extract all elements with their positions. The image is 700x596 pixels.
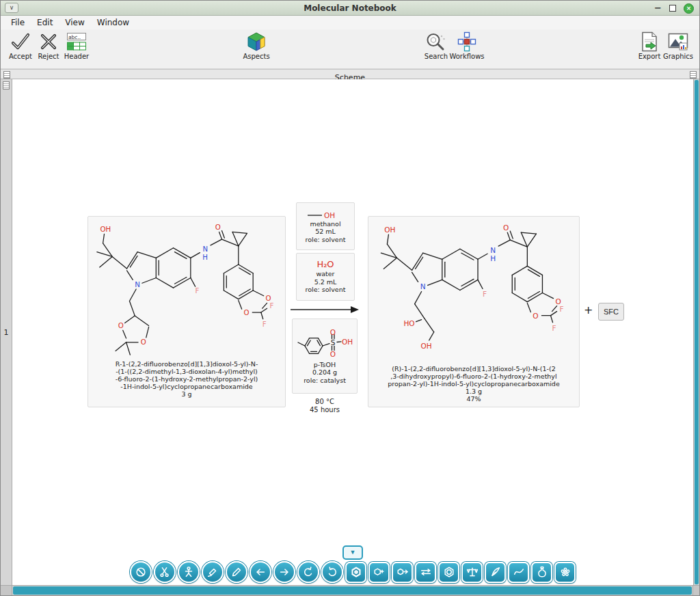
page-thumbnail-icon[interactable]	[3, 81, 10, 90]
workflows-icon	[457, 31, 477, 52]
menu-edit[interactable]: Edit	[31, 16, 59, 29]
reagent-amount: 5.2 mL	[314, 278, 337, 286]
document-canvas[interactable]: O O R-1-(2,2-difluorobenzo[d][1,3]dioxol…	[12, 79, 693, 585]
vessel-tool-button[interactable]	[531, 562, 552, 583]
ring-template-button[interactable]	[392, 562, 413, 583]
reaction-tool-button[interactable]	[415, 562, 436, 583]
header-button[interactable]: abc.. Header	[61, 31, 92, 60]
ring-filled-icon	[350, 566, 362, 578]
curve-icon	[513, 566, 525, 578]
window-title: Molecular Notebook	[1, 3, 699, 13]
highlighter-button[interactable]	[202, 561, 224, 583]
reactant-structure: O O	[90, 219, 283, 360]
undo-icon	[302, 566, 314, 578]
reaction-conditions[interactable]: 80 °C 45 hours	[292, 398, 358, 414]
no-edit-button[interactable]	[130, 561, 152, 583]
reaction-arrow[interactable]	[291, 305, 359, 314]
product-object[interactable]: HO OH (R)-1-(2,2-difluorobenzo[d][1,3]di…	[368, 216, 580, 407]
menu-window[interactable]: Window	[91, 16, 135, 29]
aspects-cube-icon	[246, 31, 267, 52]
arrow-right-icon	[278, 566, 291, 578]
export-icon	[640, 31, 659, 52]
product-structure: HO OH	[374, 219, 574, 365]
back-button[interactable]	[250, 561, 271, 583]
sfc-button[interactable]: SFC	[598, 303, 624, 321]
scheme-section-bar: Scheme	[1, 69, 699, 79]
ring-plus-icon	[373, 566, 386, 578]
reject-button[interactable]: Reject	[33, 31, 64, 60]
workflows-button[interactable]: Workflows	[450, 31, 484, 60]
product-name: (R)-1-(2,2-difluorobenzo[d][1,3]dioxol-5…	[368, 365, 579, 403]
page-number: 1	[1, 328, 12, 337]
search-button[interactable]: Search	[420, 31, 452, 60]
search-icon	[425, 31, 447, 52]
reagent-methanol[interactable]: OH methanol 52 mL role: solvent	[296, 202, 355, 250]
minimize-button[interactable]: −	[654, 1, 662, 16]
symmetry-tool-button[interactable]	[554, 562, 576, 583]
svg-text:abc..: abc..	[68, 33, 81, 40]
title-bar: ∨ Molecular Notebook − ×	[1, 1, 699, 16]
cut-figure-button[interactable]	[178, 561, 200, 583]
svg-text:OH: OH	[421, 342, 432, 350]
scroll-corner-left	[1, 586, 12, 595]
methanol-structure: OH	[305, 209, 346, 220]
pencil-icon	[230, 566, 243, 578]
scissors-button[interactable]	[154, 561, 176, 583]
bottom-scroll-row	[1, 585, 699, 595]
section-options-icon[interactable]	[690, 71, 697, 79]
svg-text:OH: OH	[324, 211, 335, 219]
ring-arrow-icon	[396, 566, 409, 578]
highlighter-icon	[206, 566, 219, 578]
vertical-scroll-thumb[interactable]	[695, 80, 699, 584]
svg-text:OH: OH	[342, 337, 353, 345]
reactant-object[interactable]: O O R-1-(2,2-difluorobenzo[d][1,3]dioxol…	[88, 216, 286, 407]
benzene-tool-button[interactable]	[438, 562, 459, 583]
svg-text:O: O	[330, 328, 336, 336]
undo-button[interactable]	[297, 561, 319, 583]
ring-draw-button[interactable]	[345, 562, 366, 583]
menu-bar: File Edit View Window	[1, 16, 699, 29]
menu-file[interactable]: File	[5, 16, 31, 29]
section-collapse-icon[interactable]	[3, 71, 10, 79]
close-button[interactable]: ×	[684, 3, 694, 14]
app-window: ∨ Molecular Notebook − × File Edit View …	[0, 0, 700, 596]
horizontal-scroll-thumb[interactable]	[13, 586, 692, 595]
svg-text:O: O	[330, 349, 336, 357]
small-ring-button[interactable]	[368, 562, 390, 583]
workspace: 1 O	[1, 79, 699, 585]
benzene-icon	[443, 566, 455, 578]
aspects-button[interactable]: Aspects	[241, 31, 272, 60]
ptsoh-structure: S O O OH	[295, 328, 355, 361]
reagent-ptsoh[interactable]: S O O OH p-TsOH 0.204 g role: catalyst	[292, 319, 358, 394]
graphics-button[interactable]: Graphics	[662, 31, 694, 60]
condition-time: 45 hours	[292, 406, 358, 414]
annotation-button[interactable]	[485, 562, 506, 583]
water-formula: H₂O	[317, 260, 334, 269]
reagent-role: role: catalyst	[304, 377, 346, 385]
maximize-icon[interactable]	[669, 5, 676, 12]
forward-button[interactable]	[273, 561, 295, 583]
accept-button[interactable]: Accept	[5, 31, 36, 60]
curve-tool-button[interactable]	[508, 562, 529, 583]
reject-x-icon	[38, 31, 59, 52]
scissors-icon	[159, 566, 171, 578]
export-button[interactable]: Export	[634, 31, 665, 60]
toolbar-collapse-button[interactable]: ▼	[342, 545, 363, 560]
graphics-image-icon	[668, 31, 688, 52]
no-edit-icon	[135, 566, 147, 578]
reagent-amount: 52 mL	[315, 228, 336, 236]
flask-icon	[536, 566, 548, 578]
main-toolbar: Accept Reject abc..	[1, 29, 699, 69]
reagent-name: water	[316, 270, 334, 278]
accept-check-icon	[10, 31, 31, 52]
pencil-button[interactable]	[226, 561, 247, 583]
vertical-scrollbar[interactable]	[693, 79, 699, 585]
reagent-role: role: solvent	[306, 236, 346, 244]
redo-button[interactable]	[321, 561, 343, 583]
reagent-water[interactable]: H₂O water 5.2 mL role: solvent	[296, 253, 355, 301]
stoichiometry-button[interactable]	[461, 562, 483, 583]
svg-text:HO: HO	[403, 319, 414, 327]
menu-view[interactable]: View	[59, 16, 90, 29]
page-margin-ruler: 1	[1, 79, 12, 585]
horizontal-scrollbar[interactable]	[12, 586, 692, 595]
